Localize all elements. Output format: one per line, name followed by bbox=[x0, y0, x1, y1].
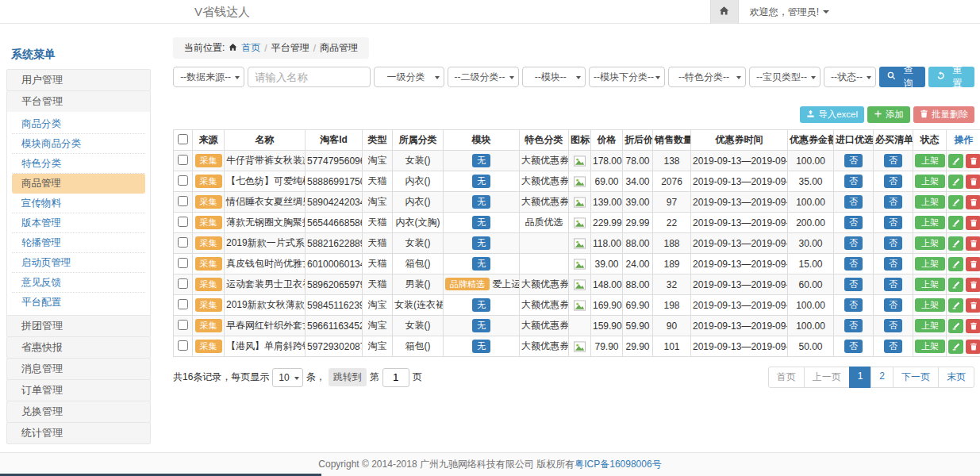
status-badge[interactable]: 上架 bbox=[915, 340, 945, 352]
must-buy-badge[interactable]: 否 bbox=[884, 257, 902, 270]
import-select-badge[interactable]: 否 bbox=[844, 216, 863, 228]
row-checkbox[interactable] bbox=[178, 278, 188, 289]
sidebar-item-product-category[interactable]: 商品分类 bbox=[12, 114, 145, 134]
must-buy-badge[interactable]: 否 bbox=[884, 175, 902, 187]
delete-button[interactable] bbox=[966, 319, 980, 333]
sidebar-item-platform-config[interactable]: 平台配置 bbox=[12, 293, 145, 313]
search-button[interactable]: 查询 bbox=[879, 67, 925, 87]
sidebar-item-savings-express[interactable]: 省惠快报 bbox=[6, 336, 151, 359]
row-checkbox[interactable] bbox=[178, 258, 188, 268]
first-page-button[interactable]: 首页 bbox=[768, 367, 805, 388]
page-1-button[interactable]: 1 bbox=[849, 367, 872, 388]
must-buy-badge[interactable]: 否 bbox=[884, 340, 902, 352]
edit-button[interactable] bbox=[948, 216, 963, 230]
sidebar-item-feature-category[interactable]: 特色分类 bbox=[12, 154, 145, 174]
home-button[interactable] bbox=[710, 0, 739, 24]
user-menu[interactable]: 欢迎您，管理员! bbox=[739, 0, 980, 24]
sidebar-item-splash-management[interactable]: 启动页管理 bbox=[12, 253, 145, 273]
status-badge[interactable]: 上架 bbox=[915, 216, 945, 228]
must-buy-badge[interactable]: 否 bbox=[884, 195, 902, 208]
delete-button[interactable] bbox=[966, 175, 980, 189]
icp-link[interactable]: 粤ICP备16098006号 bbox=[575, 458, 661, 471]
import-select-badge[interactable]: 否 bbox=[844, 319, 863, 332]
edit-button[interactable] bbox=[948, 154, 963, 168]
status-badge[interactable]: 上架 bbox=[915, 236, 945, 249]
edit-button[interactable] bbox=[948, 195, 963, 209]
page-number-input[interactable] bbox=[382, 368, 409, 387]
delete-button[interactable] bbox=[966, 236, 980, 251]
import-select-badge[interactable]: 否 bbox=[844, 195, 863, 208]
status-badge[interactable]: 上架 bbox=[915, 257, 945, 270]
import-excel-button[interactable]: 导入excel bbox=[800, 106, 864, 123]
row-checkbox[interactable] bbox=[178, 299, 188, 309]
sidebar-item-version-management[interactable]: 版本管理 bbox=[12, 213, 145, 233]
status-badge[interactable]: 上架 bbox=[915, 278, 945, 290]
sidebar-item-module-product-category[interactable]: 模块商品分类 bbox=[12, 134, 145, 154]
sidebar-item-user-management[interactable]: 用户管理 bbox=[6, 69, 151, 91]
sidebar-item-stats-management[interactable]: 统计管理 bbox=[6, 422, 151, 444]
must-buy-badge[interactable]: 否 bbox=[884, 298, 902, 311]
name-search-input[interactable] bbox=[248, 67, 371, 87]
must-buy-badge[interactable]: 否 bbox=[884, 154, 902, 167]
row-checkbox[interactable] bbox=[178, 320, 188, 330]
delete-button[interactable] bbox=[966, 298, 980, 313]
edit-button[interactable] bbox=[948, 257, 963, 271]
sidebar-item-promo-material[interactable]: 宣传物料 bbox=[12, 194, 145, 213]
status-badge[interactable]: 上架 bbox=[915, 175, 945, 187]
reset-button[interactable]: 重置 bbox=[928, 67, 974, 87]
delete-button[interactable] bbox=[966, 340, 980, 354]
next-page-button[interactable]: 下一页 bbox=[893, 367, 939, 388]
must-buy-badge[interactable]: 否 bbox=[884, 216, 902, 228]
import-select-badge[interactable]: 否 bbox=[844, 340, 863, 352]
sidebar-item-product-management[interactable]: 商品管理 bbox=[12, 174, 145, 194]
per-page-select[interactable]: 10 bbox=[272, 368, 302, 387]
row-checkbox[interactable] bbox=[178, 155, 188, 165]
breadcrumb-home-link[interactable]: 首页 bbox=[241, 41, 260, 55]
add-button[interactable]: 添加 bbox=[867, 106, 910, 123]
row-checkbox[interactable] bbox=[178, 196, 188, 206]
row-checkbox[interactable] bbox=[178, 217, 188, 227]
import-select-badge[interactable]: 否 bbox=[844, 236, 863, 249]
sidebar-item-platform-management[interactable]: 平台管理 bbox=[6, 90, 151, 113]
delete-button[interactable] bbox=[966, 216, 980, 230]
sidebar-item-group-buy[interactable]: 拼团管理 bbox=[6, 315, 151, 337]
feature-category-select[interactable]: --特色分类-- bbox=[668, 67, 746, 87]
page-2-button[interactable]: 2 bbox=[870, 367, 894, 388]
import-select-badge[interactable]: 否 bbox=[844, 154, 863, 167]
last-page-button[interactable]: 末页 bbox=[938, 367, 974, 388]
edit-button[interactable] bbox=[948, 278, 963, 292]
sidebar-item-message-management[interactable]: 消息管理 bbox=[6, 358, 151, 380]
edit-button[interactable] bbox=[948, 175, 963, 189]
row-checkbox[interactable] bbox=[178, 237, 188, 248]
delete-button[interactable] bbox=[966, 278, 980, 292]
category1-select[interactable]: 一级分类 bbox=[374, 67, 444, 87]
delete-button[interactable] bbox=[966, 195, 980, 209]
item-type-select[interactable]: --宝贝类型-- bbox=[749, 67, 821, 87]
sidebar-item-order-management[interactable]: 订单管理 bbox=[6, 379, 151, 401]
prev-page-button[interactable]: 上一页 bbox=[804, 367, 850, 388]
module-select[interactable]: --模块-- bbox=[522, 67, 586, 87]
must-buy-badge[interactable]: 否 bbox=[884, 236, 902, 249]
delete-button[interactable] bbox=[966, 257, 980, 271]
jump-button[interactable]: 跳转到 bbox=[329, 368, 367, 386]
import-select-badge[interactable]: 否 bbox=[844, 175, 863, 187]
must-buy-badge[interactable]: 否 bbox=[884, 278, 902, 290]
row-checkbox[interactable] bbox=[178, 340, 188, 351]
status-badge[interactable]: 上架 bbox=[915, 195, 945, 208]
edit-button[interactable] bbox=[948, 340, 963, 354]
status-badge[interactable]: 上架 bbox=[915, 319, 945, 332]
import-select-badge[interactable]: 否 bbox=[844, 298, 863, 311]
import-select-badge[interactable]: 否 bbox=[844, 257, 863, 270]
row-checkbox[interactable] bbox=[178, 175, 188, 186]
status-badge[interactable]: 上架 bbox=[915, 154, 945, 167]
sidebar-item-exchange-management[interactable]: 兑换管理 bbox=[6, 401, 151, 423]
select-all-checkbox[interactable] bbox=[178, 134, 188, 144]
edit-button[interactable] bbox=[948, 236, 963, 251]
module-sub-select[interactable]: --模块下分类-- bbox=[589, 67, 665, 87]
status-badge[interactable]: 上架 bbox=[915, 298, 945, 311]
status-select[interactable]: --状态-- bbox=[824, 67, 876, 87]
sidebar-item-carousel-management[interactable]: 轮播管理 bbox=[12, 233, 145, 253]
sidebar-item-feedback[interactable]: 意见反馈 bbox=[12, 273, 145, 293]
batch-delete-button[interactable]: 批量删除 bbox=[913, 106, 974, 123]
category2-select[interactable]: --二级分类-- bbox=[448, 67, 519, 87]
